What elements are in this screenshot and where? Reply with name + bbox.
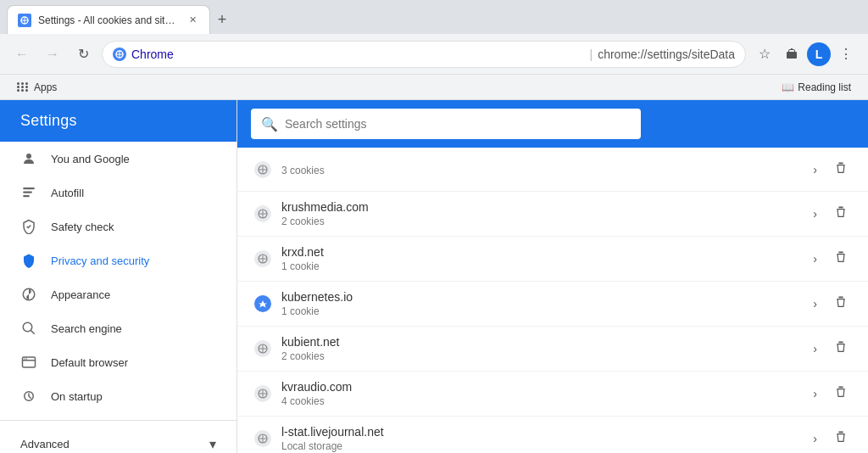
site-favicon: [254, 430, 271, 447]
site-detail: 1 cookie: [281, 305, 799, 317]
site-row: kubient.net 2 cookies ›: [237, 327, 868, 372]
active-tab[interactable]: Settings - All cookies and site da... ✕: [7, 5, 210, 34]
apps-grid-icon: [17, 82, 29, 92]
site-delete-button[interactable]: [831, 292, 851, 316]
url-chrome-label: Chrome: [131, 48, 585, 61]
reading-list-label: Reading list: [798, 81, 851, 93]
sidebar-item-safety[interactable]: Safety check: [0, 210, 236, 243]
site-list: 3 cookies › krushmedia.com 2 cookies: [237, 148, 868, 453]
sidebar-item-label: Default browser: [51, 356, 128, 369]
sidebar-item-label: Appearance: [51, 288, 110, 301]
site-info: krushmedia.com 2 cookies: [281, 200, 799, 227]
chevron-down-icon: ▾: [209, 436, 216, 452]
sidebar-item-autofill[interactable]: Autofill: [0, 176, 236, 210]
site-expand-button[interactable]: ›: [810, 428, 821, 449]
site-detail: 3 cookies: [281, 165, 799, 176]
advanced-label: Advanced: [20, 438, 70, 450]
url-bar[interactable]: Chrome | chrome://settings/siteData: [102, 41, 746, 68]
site-detail: 1 cookie: [281, 260, 799, 272]
svg-rect-8: [23, 192, 32, 193]
sidebar-item-advanced[interactable]: Advanced ▾: [0, 428, 236, 453]
svg-rect-7: [23, 187, 35, 189]
back-button[interactable]: ←: [10, 42, 34, 66]
site-expand-button[interactable]: ›: [810, 249, 821, 269]
profile-button[interactable]: L: [807, 42, 831, 66]
site-favicon: [254, 340, 271, 357]
site-expand-button[interactable]: ›: [810, 204, 821, 224]
svg-point-15: [24, 358, 25, 360]
shield-icon: [20, 218, 37, 235]
apps-button[interactable]: Apps: [10, 79, 64, 96]
extensions-button[interactable]: [780, 42, 804, 66]
search-icon: [20, 320, 37, 337]
sidebar-item-privacy[interactable]: Privacy and security: [0, 243, 236, 277]
sidebar-item-search[interactable]: Search engine: [0, 311, 236, 345]
forward-button[interactable]: →: [41, 42, 64, 66]
search-input-wrap[interactable]: 🔍: [251, 109, 641, 139]
site-expand-button[interactable]: ›: [810, 383, 821, 404]
site-delete-button[interactable]: [831, 337, 851, 361]
site-name: l-stat.livejournal.net: [281, 425, 799, 439]
site-detail: 4 cookies: [281, 395, 799, 407]
sidebar-item-label: Privacy and security: [51, 254, 149, 267]
site-favicon: [254, 205, 271, 222]
tab-close-button[interactable]: ✕: [186, 14, 199, 27]
url-favicon: [113, 48, 126, 61]
site-delete-button[interactable]: [831, 427, 851, 450]
site-row: l-stat.livejournal.net Local storage ›: [237, 417, 868, 453]
site-detail: Local storage: [281, 440, 799, 452]
site-delete-button[interactable]: [831, 158, 851, 182]
tab-bar: Settings - All cookies and site da... ✕ …: [0, 0, 868, 34]
site-delete-button[interactable]: [831, 247, 851, 271]
site-favicon: [254, 385, 271, 402]
site-favicon: [254, 295, 271, 312]
site-expand-button[interactable]: ›: [810, 294, 821, 314]
address-bar: ← → ↻ Chrome | chrome://settings/siteDat…: [0, 34, 868, 75]
site-expand-button[interactable]: ›: [810, 338, 821, 359]
new-tab-button[interactable]: +: [210, 8, 234, 31]
sidebar-divider: [0, 420, 236, 421]
site-delete-button[interactable]: [831, 202, 851, 226]
site-info: krxd.net 1 cookie: [281, 245, 799, 272]
menu-button[interactable]: ⋮: [834, 42, 858, 66]
site-row: 3 cookies ›: [237, 148, 868, 192]
site-row: krushmedia.com 2 cookies ›: [237, 192, 868, 237]
site-name: kvraudio.com: [281, 380, 799, 394]
site-favicon: [254, 161, 271, 178]
site-info: kubient.net 2 cookies: [281, 335, 799, 362]
sidebar-item-browser[interactable]: Default browser: [0, 345, 236, 379]
sidebar-item-label: Search engine: [51, 322, 122, 335]
autofill-icon: [20, 184, 37, 201]
site-delete-button[interactable]: [831, 382, 851, 405]
sidebar-item-you-google[interactable]: You and Google: [0, 142, 236, 176]
site-row: kubernetes.io 1 cookie ›: [237, 282, 868, 327]
toolbar-actions: ☆ L ⋮: [753, 42, 858, 66]
search-input[interactable]: [285, 117, 631, 131]
site-expand-button[interactable]: ›: [810, 159, 821, 180]
sidebar-item-label: Safety check: [51, 221, 114, 233]
reading-list-icon: 📖: [782, 81, 794, 93]
startup-icon: [20, 388, 37, 405]
url-path: chrome://settings/siteData: [598, 48, 735, 61]
reading-list-button[interactable]: 📖 Reading list: [775, 79, 858, 96]
tab-title: Settings - All cookies and site da...: [38, 14, 179, 26]
search-bar: 🔍: [237, 100, 868, 148]
search-icon: 🔍: [261, 116, 278, 132]
url-divider: |: [590, 48, 593, 61]
bookmarks-bar: Apps 📖 Reading list: [0, 75, 868, 100]
svg-line-12: [31, 330, 35, 334]
site-info: l-stat.livejournal.net Local storage: [281, 425, 799, 452]
apps-label: Apps: [34, 81, 57, 93]
refresh-button[interactable]: ↻: [71, 42, 95, 66]
bookmark-button[interactable]: ☆: [753, 42, 776, 66]
sidebar-item-label: You and Google: [51, 153, 130, 165]
site-row: kvraudio.com 4 cookies ›: [237, 372, 868, 417]
svg-point-6: [26, 154, 31, 159]
sidebar-item-startup[interactable]: On startup: [0, 379, 236, 413]
sidebar-item-appearance[interactable]: Appearance: [0, 277, 236, 311]
site-info: 3 cookies: [281, 163, 799, 176]
privacy-icon: [20, 252, 37, 269]
tab-favicon: [18, 14, 31, 27]
site-detail: 2 cookies: [281, 350, 799, 362]
site-favicon: [254, 250, 271, 267]
